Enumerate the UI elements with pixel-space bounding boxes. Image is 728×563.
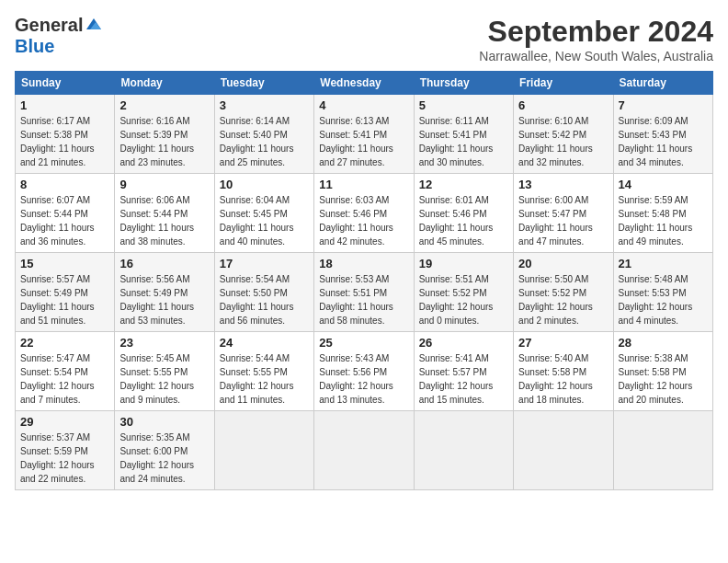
calendar-cell: 3 Sunrise: 6:14 AMSunset: 5:40 PMDayligh… [214, 95, 313, 174]
calendar-cell [314, 411, 414, 490]
day-info: Sunrise: 5:47 AMSunset: 5:54 PMDaylight:… [20, 353, 95, 405]
table-row: 22 Sunrise: 5:47 AMSunset: 5:54 PMDaylig… [16, 332, 713, 411]
day-number: 13 [518, 178, 608, 191]
day-number: 24 [220, 336, 309, 350]
day-number: 1 [20, 98, 109, 112]
col-thursday: Thursday [414, 72, 513, 95]
calendar-cell: 25 Sunrise: 5:43 AMSunset: 5:56 PMDaylig… [314, 332, 414, 411]
day-info: Sunrise: 5:40 AMSunset: 5:58 PMDaylight:… [518, 353, 593, 405]
calendar-cell: 19 Sunrise: 5:51 AMSunset: 5:52 PMDaylig… [414, 253, 513, 332]
day-number: 29 [20, 415, 109, 429]
day-info: Sunrise: 6:04 AMSunset: 5:45 PMDaylight:… [220, 195, 294, 247]
day-info: Sunrise: 5:43 AMSunset: 5:56 PMDaylight:… [319, 353, 393, 405]
calendar-cell: 1 Sunrise: 6:17 AMSunset: 5:38 PMDayligh… [16, 95, 115, 174]
calendar-cell: 2 Sunrise: 6:16 AMSunset: 5:39 PMDayligh… [115, 95, 214, 174]
day-info: Sunrise: 5:56 AMSunset: 5:49 PMDaylight:… [119, 274, 194, 326]
calendar-header: Sunday Monday Tuesday Wednesday Thursday… [16, 72, 713, 95]
day-number: 27 [518, 336, 608, 350]
calendar-cell: 6 Sunrise: 6:10 AMSunset: 5:42 PMDayligh… [514, 95, 613, 174]
day-info: Sunrise: 5:38 AMSunset: 5:58 PMDaylight:… [619, 353, 693, 405]
logo-blue-text: Blue [15, 36, 54, 57]
calendar-cell: 11 Sunrise: 6:03 AMSunset: 5:46 PMDaylig… [314, 174, 414, 253]
day-info: Sunrise: 6:07 AMSunset: 5:44 PMDaylight:… [20, 195, 95, 247]
calendar-cell: 24 Sunrise: 5:44 AMSunset: 5:55 PMDaylig… [214, 332, 313, 411]
title-block: September 2024 Narrawallee, New South Wa… [479, 15, 713, 63]
day-number: 15 [20, 257, 109, 270]
calendar-cell: 18 Sunrise: 5:53 AMSunset: 5:51 PMDaylig… [314, 253, 414, 332]
col-wednesday: Wednesday [314, 72, 414, 95]
calendar-cell [613, 411, 712, 490]
location-subtitle: Narrawallee, New South Wales, Australia [479, 49, 713, 63]
day-info: Sunrise: 5:41 AMSunset: 5:57 PMDaylight:… [419, 353, 494, 405]
calendar-cell: 17 Sunrise: 5:54 AMSunset: 5:50 PMDaylig… [214, 253, 313, 332]
day-number: 5 [419, 98, 508, 112]
day-number: 3 [220, 98, 309, 112]
day-number: 22 [20, 336, 109, 350]
calendar-cell: 7 Sunrise: 6:09 AMSunset: 5:43 PMDayligh… [613, 95, 712, 174]
day-info: Sunrise: 5:51 AMSunset: 5:52 PMDaylight:… [419, 274, 494, 326]
logo-icon [85, 17, 103, 35]
day-number: 12 [419, 178, 508, 191]
day-number: 11 [319, 178, 408, 191]
calendar-body: 1 Sunrise: 6:17 AMSunset: 5:38 PMDayligh… [16, 95, 713, 490]
day-info: Sunrise: 5:50 AMSunset: 5:52 PMDaylight:… [518, 274, 593, 326]
calendar-cell: 8 Sunrise: 6:07 AMSunset: 5:44 PMDayligh… [16, 174, 115, 253]
calendar-cell: 27 Sunrise: 5:40 AMSunset: 5:58 PMDaylig… [514, 332, 613, 411]
day-number: 14 [619, 178, 708, 191]
day-info: Sunrise: 5:59 AMSunset: 5:48 PMDaylight:… [619, 195, 693, 247]
day-info: Sunrise: 6:10 AMSunset: 5:42 PMDaylight:… [518, 116, 593, 167]
calendar-cell: 21 Sunrise: 5:48 AMSunset: 5:53 PMDaylig… [613, 253, 712, 332]
calendar-cell [414, 411, 513, 490]
logo-general-text: General [15, 15, 83, 36]
day-number: 21 [619, 257, 708, 270]
day-info: Sunrise: 5:37 AMSunset: 5:59 PMDaylight:… [20, 432, 95, 484]
day-number: 28 [619, 336, 708, 350]
day-info: Sunrise: 5:54 AMSunset: 5:50 PMDaylight:… [220, 274, 294, 326]
day-info: Sunrise: 6:01 AMSunset: 5:46 PMDaylight:… [419, 195, 494, 247]
day-number: 16 [119, 257, 209, 270]
calendar-cell: 14 Sunrise: 5:59 AMSunset: 5:48 PMDaylig… [613, 174, 712, 253]
calendar-cell: 13 Sunrise: 6:00 AMSunset: 5:47 PMDaylig… [514, 174, 613, 253]
col-tuesday: Tuesday [214, 72, 313, 95]
day-number: 25 [319, 336, 408, 350]
table-row: 29 Sunrise: 5:37 AMSunset: 5:59 PMDaylig… [16, 411, 713, 490]
day-info: Sunrise: 6:17 AMSunset: 5:38 PMDaylight:… [20, 116, 95, 167]
calendar-cell: 23 Sunrise: 5:45 AMSunset: 5:55 PMDaylig… [115, 332, 214, 411]
col-sunday: Sunday [16, 72, 115, 95]
day-number: 19 [419, 257, 508, 270]
day-info: Sunrise: 6:06 AMSunset: 5:44 PMDaylight:… [119, 195, 194, 247]
calendar-cell: 28 Sunrise: 5:38 AMSunset: 5:58 PMDaylig… [613, 332, 712, 411]
day-info: Sunrise: 5:35 AMSunset: 6:00 PMDaylight:… [119, 432, 194, 484]
table-row: 15 Sunrise: 5:57 AMSunset: 5:49 PMDaylig… [16, 253, 713, 332]
table-row: 1 Sunrise: 6:17 AMSunset: 5:38 PMDayligh… [16, 95, 713, 174]
day-info: Sunrise: 5:45 AMSunset: 5:55 PMDaylight:… [119, 353, 194, 405]
day-number: 30 [119, 415, 209, 429]
day-number: 20 [518, 257, 608, 270]
calendar-cell: 12 Sunrise: 6:01 AMSunset: 5:46 PMDaylig… [414, 174, 513, 253]
calendar-cell: 5 Sunrise: 6:11 AMSunset: 5:41 PMDayligh… [414, 95, 513, 174]
day-info: Sunrise: 6:13 AMSunset: 5:41 PMDaylight:… [319, 116, 393, 167]
calendar-cell: 9 Sunrise: 6:06 AMSunset: 5:44 PMDayligh… [115, 174, 214, 253]
day-info: Sunrise: 6:09 AMSunset: 5:43 PMDaylight:… [619, 116, 693, 167]
day-number: 7 [619, 98, 708, 112]
calendar-cell: 20 Sunrise: 5:50 AMSunset: 5:52 PMDaylig… [514, 253, 613, 332]
day-info: Sunrise: 6:16 AMSunset: 5:39 PMDaylight:… [119, 116, 194, 167]
calendar-cell [514, 411, 613, 490]
day-number: 10 [220, 178, 309, 191]
calendar-cell: 29 Sunrise: 5:37 AMSunset: 5:59 PMDaylig… [16, 411, 115, 490]
calendar-cell [214, 411, 313, 490]
day-number: 2 [119, 98, 209, 112]
calendar-cell: 15 Sunrise: 5:57 AMSunset: 5:49 PMDaylig… [16, 253, 115, 332]
calendar-cell: 30 Sunrise: 5:35 AMSunset: 6:00 PMDaylig… [115, 411, 214, 490]
day-info: Sunrise: 6:00 AMSunset: 5:47 PMDaylight:… [518, 195, 593, 247]
table-row: 8 Sunrise: 6:07 AMSunset: 5:44 PMDayligh… [16, 174, 713, 253]
logo: General Blue [15, 15, 103, 57]
day-number: 9 [119, 178, 209, 191]
page-header: General Blue September 2024 Narrawallee,… [15, 15, 713, 63]
day-info: Sunrise: 5:57 AMSunset: 5:49 PMDaylight:… [20, 274, 95, 326]
day-number: 4 [319, 98, 408, 112]
day-info: Sunrise: 6:14 AMSunset: 5:40 PMDaylight:… [220, 116, 294, 167]
day-number: 8 [20, 178, 109, 191]
day-info: Sunrise: 5:48 AMSunset: 5:53 PMDaylight:… [619, 274, 693, 326]
day-info: Sunrise: 6:11 AMSunset: 5:41 PMDaylight:… [419, 116, 494, 167]
